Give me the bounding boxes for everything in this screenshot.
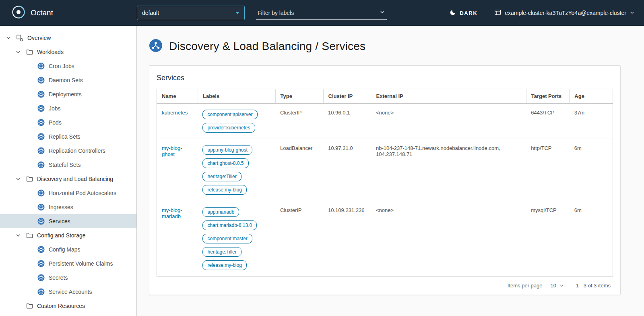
theme-toggle[interactable]: DARK <box>450 9 477 17</box>
external-ip-cell: <none> <box>371 104 526 139</box>
namespace-select[interactable]: default <box>137 6 245 20</box>
sidebar-item-cron-jobs[interactable]: Cron Jobs <box>0 59 136 73</box>
sidebar-item-label: Service Accounts <box>49 289 92 295</box>
label-filter[interactable] <box>256 6 387 20</box>
label-badge[interactable]: release:my-blog <box>202 260 246 270</box>
sidebar-item-label: Secrets <box>49 274 68 281</box>
sidebar-item-config-maps[interactable]: Config Maps <box>0 242 136 256</box>
items-per-page-select[interactable]: 10 <box>551 283 564 289</box>
folder-icon <box>25 302 33 309</box>
label-badge[interactable]: component:master <box>202 234 252 243</box>
pagination: Items per page 10 1 - 3 of 3 items <box>149 276 620 295</box>
sidebar-item-persistent-volume-claims[interactable]: Persistent Volume Claims <box>0 256 136 270</box>
sidebar-item-label: Replica Sets <box>49 133 80 140</box>
cluster-ip-cell: 10.97.21.0 <box>323 139 371 201</box>
chevron-down-icon <box>559 283 564 288</box>
cron-jobs-icon <box>37 62 45 70</box>
sidebar-item-overview[interactable]: Overview <box>0 31 136 45</box>
label-badge[interactable]: app:mariadb <box>202 207 239 217</box>
sidebar-item-replication-controllers[interactable]: Replication Controllers <box>0 143 136 158</box>
chevron-down-icon[interactable] <box>14 177 22 181</box>
sidebar-item-horizontal-pod-autoscalers[interactable]: Horizontal Pod Autoscalers <box>0 186 136 200</box>
chevron-down-icon[interactable] <box>14 233 22 238</box>
sidebar-item-label: Replication Controllers <box>49 148 105 154</box>
label-badge[interactable]: heritage:Tiller <box>202 172 241 181</box>
chevron-down-icon[interactable] <box>380 9 385 17</box>
replication-controllers-icon <box>37 147 45 154</box>
persistent-volume-claims-icon <box>37 260 45 267</box>
sidebar-item-label: Custom Resources <box>37 303 85 309</box>
sidebar-item-label: Ingresses <box>49 204 73 210</box>
sidebar-item-label: Daemon Sets <box>49 77 83 83</box>
sidebar-item-discovery-and-load-balancing[interactable]: Discovery and Load Balancing <box>0 172 136 186</box>
sidebar-item-replica-sets[interactable]: Replica Sets <box>0 129 136 143</box>
sidebar-nav: OverviewWorkloadsCron JobsDaemon SetsDep… <box>0 26 137 316</box>
label-badge[interactable]: chart:mariadb-6.13.0 <box>202 220 257 230</box>
sidebar-item-jobs[interactable]: Jobs <box>0 101 136 115</box>
service-link[interactable]: my-blog-ghost <box>162 145 182 157</box>
label-filter-input[interactable] <box>258 10 370 16</box>
secrets-icon <box>37 274 45 281</box>
sidebar-item-stateful-sets[interactable]: Stateful Sets <box>0 158 136 172</box>
overview-icon <box>16 34 24 42</box>
sidebar-item-workloads[interactable]: Workloads <box>0 45 136 59</box>
column-header-age: Age <box>570 89 613 104</box>
sidebar-item-service-accounts[interactable]: Service Accounts <box>0 285 136 299</box>
sidebar-item-daemon-sets[interactable]: Daemon Sets <box>0 73 136 87</box>
sidebar-item-deployments[interactable]: Deployments <box>0 87 136 101</box>
type-cell: ClusterIP <box>275 104 323 139</box>
age-cell: 6m <box>570 201 613 276</box>
label-badge[interactable]: provider:kubernetes <box>202 123 255 133</box>
sidebar-item-label: Discovery and Load Balancing <box>37 176 113 182</box>
chevron-down-icon[interactable] <box>14 50 22 54</box>
sidebar-item-secrets[interactable]: Secrets <box>0 270 136 285</box>
services-table-wrap: NameLabelsTypeCluster IPExternal IPTarge… <box>149 89 620 276</box>
horizontal-pod-autoscalers-icon <box>37 189 45 197</box>
folder-icon <box>25 232 33 239</box>
moon-icon <box>450 9 456 17</box>
cluster-context-label: example-cluster-ka3TuTzYo4a@example-clus… <box>505 10 626 16</box>
sidebar-item-label: Services <box>49 218 70 225</box>
sidebar-item-ingresses[interactable]: Ingresses <box>0 200 136 214</box>
replica-sets-icon <box>37 133 45 140</box>
labels-cell: app:mariadbchart:mariadb-6.13.0component… <box>198 201 275 276</box>
sidebar-item-custom-resources[interactable]: Custom Resources <box>0 299 136 313</box>
column-header-cluster-ip: Cluster IP <box>323 89 371 104</box>
sidebar-item-label: Stateful Sets <box>49 162 80 168</box>
folder-icon <box>25 175 33 182</box>
sidebar-item-services[interactable]: Services <box>0 214 136 228</box>
sidebar-item-label: Workloads <box>37 49 64 55</box>
services-card: Services NameLabelsTypeCluster IPExterna… <box>149 65 621 295</box>
labels-cell: app:my-blog-ghostchart:ghost-8.0.5herita… <box>198 139 275 201</box>
ingresses-icon <box>37 204 45 211</box>
label-badge[interactable]: app:my-blog-ghost <box>202 145 252 155</box>
sidebar-item-label: Pods <box>49 119 62 126</box>
cluster-context-menu[interactable]: example-cluster-ka3TuTzYo4a@example-clus… <box>494 9 634 17</box>
type-cell: LoadBalancer <box>275 139 323 201</box>
label-badge[interactable]: heritage:Tiller <box>202 247 241 257</box>
age-cell: 6m <box>570 139 613 201</box>
external-ip-cell: nb-104-237-148-71.newark.nodebalancer.li… <box>371 139 526 201</box>
name-cell: my-blog-ghost <box>157 139 198 201</box>
octant-logo-icon <box>10 4 27 22</box>
chevron-down-icon <box>630 10 634 16</box>
sidebar-item-pods[interactable]: Pods <box>0 115 136 129</box>
sidebar-item-label: Persistent Volume Claims <box>49 260 113 267</box>
items-per-page: Items per page 10 <box>508 283 564 289</box>
sidebar-item-config-and-storage[interactable]: Config and Storage <box>0 228 136 242</box>
service-link[interactable]: my-blog-mariadb <box>162 207 182 219</box>
services-icon <box>37 218 45 225</box>
service-link[interactable]: kubernetes <box>162 110 188 116</box>
label-badge[interactable]: release:my-blog <box>202 185 246 195</box>
label-badge[interactable]: component:apiserver <box>202 110 257 119</box>
table-row: kubernetescomponent:apiserverprovider:ku… <box>157 104 613 139</box>
label-badge[interactable]: chart:ghost-8.0.5 <box>202 158 248 168</box>
sidebar-item-label: Jobs <box>49 105 61 112</box>
labels-cell: component:apiserverprovider:kubernetes <box>198 104 275 139</box>
jobs-icon <box>37 105 45 112</box>
caret-down-icon <box>235 12 239 14</box>
table-row: my-blog-mariadbapp:mariadbchart:mariadb-… <box>157 201 613 276</box>
chevron-down-icon[interactable] <box>5 35 12 40</box>
column-header-type: Type <box>275 89 323 104</box>
stateful-sets-icon <box>37 161 45 168</box>
